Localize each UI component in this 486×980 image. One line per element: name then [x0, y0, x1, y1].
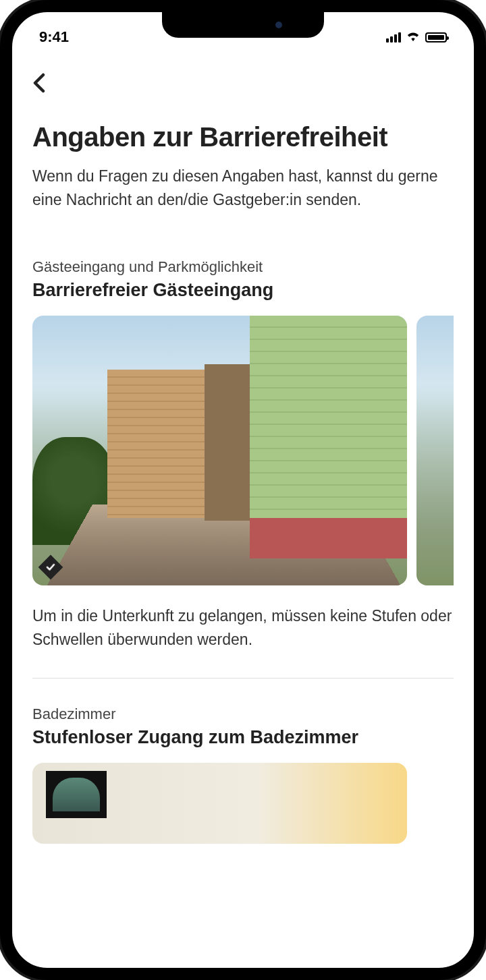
wall-art: [46, 771, 107, 818]
back-button[interactable]: [32, 65, 46, 101]
cellular-signal-icon: [386, 32, 401, 42]
listing-photo-entrance[interactable]: [32, 316, 407, 585]
phone-frame: 9:41 Angaben zur Barrierefreiheit Wenn d…: [0, 0, 486, 980]
section-category: Badezimmer: [32, 705, 454, 723]
section-title: Barrierefreier Gästeeingang: [32, 280, 454, 301]
section-divider: [32, 678, 454, 679]
section-title: Stufenloser Zugang zum Badezimmer: [32, 727, 454, 748]
image-carousel[interactable]: [32, 316, 454, 585]
image-carousel[interactable]: [32, 763, 454, 844]
page-title: Angaben zur Barrierefreiheit: [32, 121, 454, 152]
accessibility-section-entrance: Gästeeingang und Parkmöglichkeit Barrier…: [32, 258, 454, 651]
wifi-icon: [406, 28, 421, 46]
section-description: Um in die Unterkunft zu gelangen, müssen…: [32, 604, 454, 651]
phone-notch: [162, 12, 324, 38]
page-subtitle: Wenn du Fragen zu diesen Angaben hast, k…: [32, 165, 454, 211]
accessibility-section-bathroom: Badezimmer Stufenloser Zugang zum Badezi…: [32, 705, 454, 844]
battery-icon: [425, 32, 447, 42]
page-content: Angaben zur Barrierefreiheit Wenn du Fra…: [12, 51, 474, 968]
chevron-left-icon: [32, 73, 46, 93]
status-time: 9:41: [39, 28, 69, 46]
status-icons: [386, 28, 447, 46]
listing-photo-bathroom[interactable]: [32, 763, 407, 844]
listing-photo-peek[interactable]: [416, 316, 454, 585]
section-category: Gästeeingang und Parkmöglichkeit: [32, 258, 454, 276]
